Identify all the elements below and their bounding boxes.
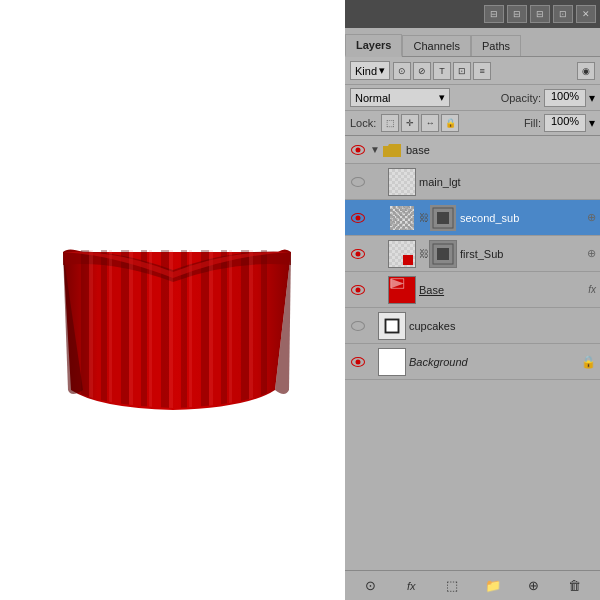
tab-paths[interactable]: Paths	[471, 35, 521, 56]
group-toggle-base[interactable]: ▼	[370, 144, 380, 155]
chain-icon-second: ⛓	[419, 212, 429, 223]
lock-row: Lock: ⬚ ✛ ↔ 🔒 Fill: 100% ▾	[345, 111, 600, 136]
svg-rect-16	[209, 250, 213, 410]
layers-list: ▼ base main_lgt	[345, 136, 600, 570]
tab-bar: Layers Channels Paths	[345, 28, 600, 57]
filter-icon-slash[interactable]: ⊘	[413, 62, 431, 80]
canvas-area	[0, 0, 345, 600]
layer-row-second-sub[interactable]: ⛓ second_sub ⊕	[345, 200, 600, 236]
visibility-base-layer[interactable]	[349, 281, 367, 299]
visibility-base[interactable]	[349, 141, 367, 159]
svg-rect-1	[101, 250, 107, 410]
blend-row: Normal ▾ Opacity: 100% ▾	[345, 85, 600, 111]
search-filter-icons: ⊙ ⊘ T ⊡ ≡	[393, 62, 491, 80]
fill-arrow[interactable]: ▾	[589, 116, 595, 130]
visibility-second-sub[interactable]	[349, 209, 367, 227]
svg-rect-6	[201, 250, 209, 410]
layer-group-base[interactable]: ▼ base	[345, 136, 600, 164]
svg-rect-15	[189, 250, 192, 410]
layer-name-base-layer: Base	[419, 284, 586, 296]
bottom-delete-icon[interactable]: 🗑	[564, 575, 586, 597]
toolbar-icon-1[interactable]: ⊟	[484, 5, 504, 23]
thumb-background	[378, 348, 406, 376]
svg-rect-3	[141, 250, 147, 410]
layer-name-cupcakes: cupcakes	[409, 320, 596, 332]
svg-rect-8	[241, 250, 249, 410]
fill-section: Fill: 100% ▾	[524, 114, 595, 132]
thumb-base-layer	[388, 276, 416, 304]
blend-mode-arrow: ▾	[439, 91, 445, 104]
blend-mode-dropdown[interactable]: Normal ▾	[350, 88, 450, 107]
top-toolbar: ⊟ ⊟ ⊟ ⊡ ✕	[345, 0, 600, 28]
bottom-link-icon[interactable]: ⊙	[359, 575, 381, 597]
lock-all-icon[interactable]: 🔒	[441, 114, 459, 132]
kind-dropdown[interactable]: Kind ▾	[350, 61, 390, 80]
bottom-adjustment-icon[interactable]: ⬚	[441, 575, 463, 597]
bottom-fx-icon[interactable]: fx	[400, 575, 422, 597]
toolbar-icon-3[interactable]: ⊟	[530, 5, 550, 23]
fill-label: Fill:	[524, 117, 541, 129]
svg-rect-17	[229, 250, 232, 410]
svg-rect-28	[386, 320, 397, 331]
layer-row-first-sub[interactable]: ⛓ first_Sub ⊕	[345, 236, 600, 272]
layer-name-base: base	[406, 144, 596, 156]
layer-name-main-lgt: main_lgt	[419, 176, 596, 188]
layer-row-base[interactable]: Base fx	[345, 272, 600, 308]
blend-mode-value: Normal	[355, 92, 390, 104]
filter-icon-menu[interactable]: ≡	[473, 62, 491, 80]
kind-arrow: ▾	[379, 64, 385, 77]
search-toggle[interactable]: ◉	[577, 62, 595, 80]
svg-rect-2	[121, 250, 129, 410]
bottom-group-icon[interactable]: 📁	[482, 575, 504, 597]
thumb-first-sub-2	[429, 240, 457, 268]
tab-layers[interactable]: Layers	[345, 34, 402, 57]
fill-input[interactable]: 100%	[544, 114, 586, 132]
svg-rect-7	[221, 250, 227, 410]
visibility-background[interactable]	[349, 353, 367, 371]
folder-icon-base	[382, 142, 402, 158]
lock-pixels-icon[interactable]: ✛	[401, 114, 419, 132]
extra-icon-second[interactable]: ⊕	[587, 211, 596, 224]
svg-rect-29	[379, 349, 405, 375]
opacity-arrow[interactable]: ▾	[589, 91, 595, 105]
thumb-main-lgt	[388, 168, 416, 196]
filter-icon-text[interactable]: T	[433, 62, 451, 80]
tab-channels[interactable]: Channels	[402, 35, 470, 56]
toolbar-icon-5[interactable]: ✕	[576, 5, 596, 23]
svg-rect-18	[249, 250, 253, 410]
toolbar-icon-4[interactable]: ⊡	[553, 5, 573, 23]
opacity-input[interactable]: 100%	[544, 89, 586, 107]
lock-position-icon[interactable]: ↔	[421, 114, 439, 132]
filter-icon-circle[interactable]: ⊙	[393, 62, 411, 80]
thumb-cupcakes	[378, 312, 406, 340]
lock-transparent-icon[interactable]: ⬚	[381, 114, 399, 132]
extra-icon-first[interactable]: ⊕	[587, 247, 596, 260]
visibility-first-sub[interactable]	[349, 245, 367, 263]
svg-rect-11	[109, 250, 112, 410]
chain-icon-first: ⛓	[419, 248, 429, 259]
layer-row-background[interactable]: Background 🔒	[345, 344, 600, 380]
thumb-second-sub	[388, 204, 416, 232]
lock-label: Lock:	[350, 117, 376, 129]
panel-area: ⊟ ⊟ ⊟ ⊡ ✕ Layers Channels Paths Kind ▾ ⊙…	[345, 0, 600, 600]
lock-badge-background: 🔒	[581, 355, 596, 369]
opacity-row: Opacity: 100% ▾	[501, 89, 595, 107]
layer-row-main-lgt[interactable]: main_lgt	[345, 164, 600, 200]
svg-rect-13	[149, 250, 152, 410]
layer-row-cupcakes[interactable]: cupcakes	[345, 308, 600, 344]
svg-rect-9	[261, 250, 267, 410]
opacity-label: Opacity:	[501, 92, 541, 104]
svg-rect-20	[437, 212, 449, 224]
toolbar-icon-2[interactable]: ⊟	[507, 5, 527, 23]
visibility-main-lgt[interactable]	[349, 173, 367, 191]
svg-rect-12	[129, 250, 133, 410]
kind-label: Kind	[355, 65, 377, 77]
fx-badge: fx	[588, 284, 596, 295]
filter-icon-adjust[interactable]: ⊡	[453, 62, 471, 80]
thumb-first-sub	[388, 240, 416, 268]
bottom-new-icon[interactable]: ⊕	[523, 575, 545, 597]
cupcake-illustration	[33, 190, 313, 410]
svg-rect-22	[437, 248, 449, 260]
bottom-bar: ⊙ fx ⬚ 📁 ⊕ 🗑	[345, 570, 600, 600]
visibility-cupcakes[interactable]	[349, 317, 367, 335]
